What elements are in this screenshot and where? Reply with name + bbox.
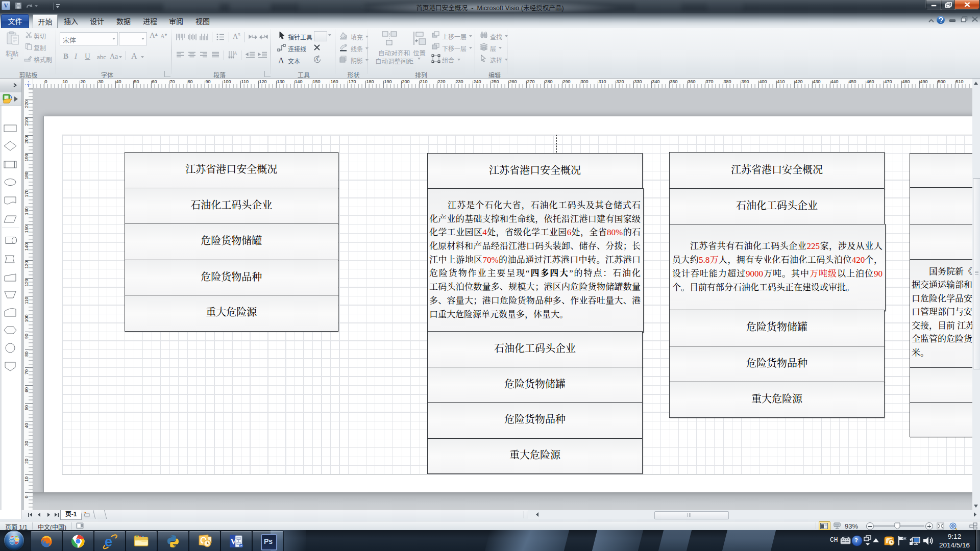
svg-text:A: A [234,51,237,56]
svg-text:A: A [315,57,319,62]
svg-text:V: V [231,537,237,546]
